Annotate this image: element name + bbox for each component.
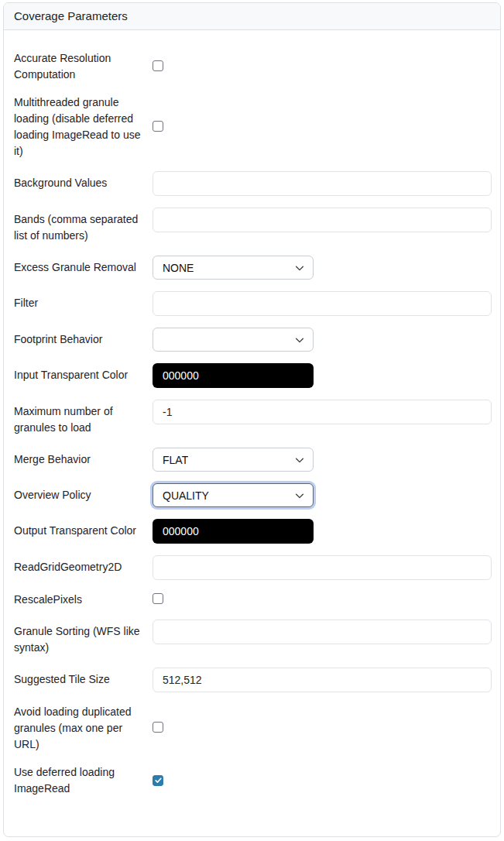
panel-body: Accurate Resolution Computation Multithr… — [4, 30, 500, 811]
field-row-suggested-tile-size: Suggested Tile Size — [14, 668, 488, 692]
field-control: 000000 — [153, 519, 488, 544]
filter-input[interactable] — [153, 291, 492, 316]
use-deferred-loading-imageread-checkbox[interactable] — [153, 775, 163, 786]
field-row-use-deferred-loading: Use deferred loading ImageRead — [14, 764, 488, 797]
chevron-down-icon — [294, 335, 305, 345]
rescale-pixels-checkbox[interactable] — [153, 593, 163, 604]
field-label: Maximum number of granules to load — [14, 400, 153, 436]
field-label: ReadGridGeometry2D — [14, 555, 153, 575]
field-control — [153, 328, 488, 352]
bands-input[interactable] — [153, 208, 492, 232]
field-control — [153, 593, 488, 606]
granule-sorting-input[interactable] — [153, 620, 492, 644]
field-label: RescalePixels — [14, 592, 153, 608]
field-control — [153, 620, 488, 644]
field-label: Input Transparent Color — [14, 363, 153, 383]
field-label: Bands (comma separated list of numbers) — [14, 208, 153, 244]
overview-policy-select[interactable]: QUALITY — [153, 483, 314, 507]
field-label: Excess Granule Removal — [14, 256, 153, 276]
field-control — [153, 668, 488, 692]
field-row-maximum-granules: Maximum number of granules to load — [14, 400, 488, 436]
avoid-loading-duplicated-granules-checkbox[interactable] — [153, 722, 163, 733]
field-row-rescale-pixels: RescalePixels — [14, 592, 488, 608]
field-label: Footprint Behavior — [14, 328, 153, 348]
field-label: Multithreaded granule loading (disable d… — [14, 94, 153, 160]
accurate-resolution-computation-checkbox[interactable] — [153, 60, 163, 71]
field-row-read-grid-geometry-2d: ReadGridGeometry2D — [14, 555, 488, 580]
read-grid-geometry-2d-input[interactable] — [153, 555, 492, 580]
field-row-avoid-duplicated-granules: Avoid loading duplicated granules (max o… — [14, 704, 488, 753]
field-control — [153, 555, 488, 580]
footprint-behavior-select[interactable] — [153, 328, 314, 352]
field-control — [153, 291, 488, 316]
field-label: Use deferred loading ImageRead — [14, 764, 153, 797]
field-row-granule-sorting: Granule Sorting (WFS like syntax) — [14, 620, 488, 656]
select-value: QUALITY — [163, 489, 209, 502]
field-row-output-transparent-color: Output Transparent Color 000000 — [14, 519, 488, 544]
field-row-multithreaded-loading: Multithreaded granule loading (disable d… — [14, 94, 488, 160]
merge-behavior-select[interactable]: FLAT — [153, 448, 314, 472]
field-row-footprint-behavior: Footprint Behavior — [14, 328, 488, 352]
field-label: Filter — [14, 291, 153, 311]
background-values-input[interactable] — [153, 171, 492, 196]
field-label: Accurate Resolution Computation — [14, 50, 153, 83]
output-transparent-color-swatch[interactable]: 000000 — [153, 519, 314, 544]
field-control: QUALITY — [153, 483, 488, 507]
checkmark-icon — [154, 776, 163, 784]
field-row-bands: Bands (comma separated list of numbers) — [14, 208, 488, 244]
chevron-down-icon — [294, 455, 305, 465]
field-control — [153, 774, 488, 787]
panel-title: Coverage Parameters — [4, 3, 500, 30]
select-value: FLAT — [163, 454, 188, 466]
coverage-parameters-panel: Coverage Parameters Accurate Resolution … — [3, 2, 501, 837]
field-label: Granule Sorting (WFS like syntax) — [14, 620, 153, 656]
field-label: Suggested Tile Size — [14, 668, 153, 688]
suggested-tile-size-input[interactable] — [153, 668, 492, 692]
field-control: 000000 — [153, 363, 488, 388]
field-control — [153, 722, 488, 735]
field-control: NONE — [153, 256, 488, 280]
field-label: Overview Policy — [14, 483, 153, 503]
field-row-merge-behavior: Merge Behavior FLAT — [14, 448, 488, 472]
field-label: Output Transparent Color — [14, 519, 153, 539]
maximum-granules-to-load-input[interactable] — [153, 400, 492, 424]
field-label: Background Values — [14, 171, 153, 191]
field-row-filter: Filter — [14, 291, 488, 316]
field-row-excess-granule-removal: Excess Granule Removal NONE — [14, 256, 488, 280]
input-transparent-color-swatch[interactable]: 000000 — [153, 363, 314, 388]
field-row-accurate-resolution: Accurate Resolution Computation — [14, 50, 488, 83]
field-control — [153, 121, 488, 134]
field-row-input-transparent-color: Input Transparent Color 000000 — [14, 363, 488, 388]
field-label: Avoid loading duplicated granules (max o… — [14, 704, 153, 753]
multithreaded-granule-loading-checkbox[interactable] — [153, 121, 163, 132]
field-control — [153, 208, 488, 232]
field-control — [153, 171, 488, 196]
excess-granule-removal-select[interactable]: NONE — [153, 256, 314, 280]
select-value: NONE — [163, 262, 194, 274]
field-control — [153, 60, 488, 74]
chevron-down-icon — [294, 263, 305, 273]
field-row-background-values: Background Values — [14, 171, 488, 196]
chevron-down-icon — [294, 490, 305, 501]
field-control: FLAT — [153, 448, 488, 472]
field-row-overview-policy: Overview Policy QUALITY — [14, 483, 488, 507]
field-label: Merge Behavior — [14, 448, 153, 468]
field-control — [153, 400, 488, 424]
